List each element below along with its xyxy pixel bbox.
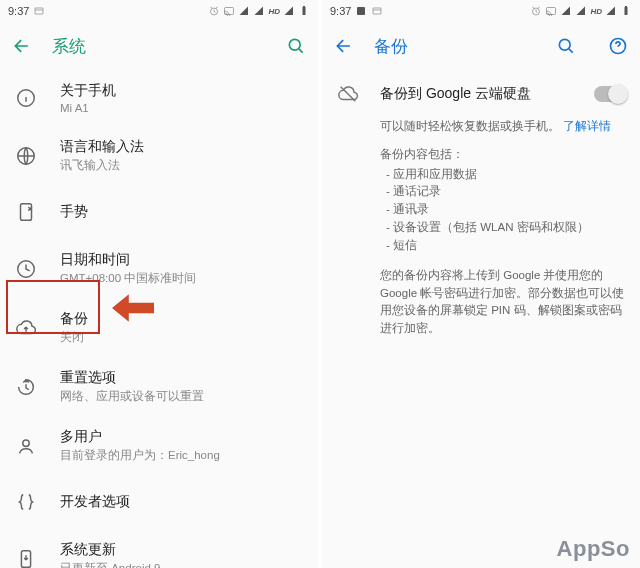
footer-text: 您的备份内容将上传到 Google 并使用您的 Google 帐号密码进行加密。… (380, 267, 626, 338)
search-button[interactable] (284, 34, 308, 58)
item-users[interactable]: 多用户目前登录的用户为：Eric_hong (0, 416, 318, 475)
signal-icon (560, 5, 572, 17)
item-system-update[interactable]: 系统更新已更新至 Android 9 (0, 529, 318, 568)
gesture-icon (14, 200, 38, 224)
status-bar: 9:37 HD (322, 0, 640, 22)
item-language[interactable]: 语言和输入法讯飞输入法 (0, 126, 318, 185)
info-icon (14, 86, 38, 110)
svg-rect-8 (21, 204, 32, 221)
signal2-icon (575, 5, 587, 17)
cloud-off-icon (336, 82, 360, 106)
item-label: 关于手机 (60, 82, 306, 100)
item-sub: 网络、应用或设备可以重置 (60, 389, 306, 404)
app-bar: 备份 (322, 22, 640, 70)
cast-icon (223, 5, 235, 17)
braces-icon (14, 490, 38, 514)
svg-rect-16 (625, 7, 628, 15)
item-sub: GMT+08:00 中国标准时间 (60, 271, 306, 286)
bullets-title: 备份内容包括： (380, 146, 626, 164)
hd-label: HD (268, 7, 280, 16)
bullets-list: 应用和应用数据 通话记录 通讯录 设备设置（包括 WLAN 密码和权限） 短信 (380, 166, 626, 255)
svg-point-5 (289, 39, 300, 50)
item-sub: 讯飞输入法 (60, 158, 306, 173)
help-button[interactable] (606, 34, 630, 58)
page-title: 备份 (374, 35, 536, 58)
svg-rect-4 (303, 6, 305, 8)
cloud-upload-icon (14, 316, 38, 340)
svg-rect-0 (35, 8, 43, 14)
cast-icon (545, 5, 557, 17)
item-sub: 关闭 (60, 330, 306, 345)
item-sub: Mi A1 (60, 102, 306, 114)
signal3-icon (605, 5, 617, 17)
search-button[interactable] (554, 34, 578, 58)
ic-card-icon (371, 5, 383, 17)
bullet-item: 通讯录 (380, 201, 626, 219)
description: 可以随时轻松恢复数据或换手机。 了解详情 备份内容包括： 应用和应用数据 通话记… (322, 118, 640, 338)
item-label: 手势 (60, 203, 306, 221)
phone-left: 9:37 HD 系统 (0, 0, 318, 568)
item-reset[interactable]: 重置选项网络、应用或设备可以重置 (0, 357, 318, 416)
svg-rect-13 (373, 8, 381, 14)
item-label: 开发者选项 (60, 493, 306, 511)
hd-label: HD (590, 7, 602, 16)
page-title: 系统 (52, 35, 266, 58)
backup-toggle[interactable] (594, 86, 626, 102)
battery-icon (620, 5, 632, 17)
svg-rect-17 (625, 6, 627, 8)
svg-point-10 (23, 440, 29, 446)
item-label: 语言和输入法 (60, 138, 306, 156)
learn-more-link[interactable]: 了解详情 (563, 120, 611, 132)
globe-icon (14, 144, 38, 168)
person-icon (14, 434, 38, 458)
settings-list[interactable]: 关于手机Mi A1 语言和输入法讯飞输入法 手势 日期和时间GMT+08:00 … (0, 70, 318, 568)
item-label: 系统更新 (60, 541, 306, 559)
watermark: AppSo (557, 536, 630, 562)
status-time: 9:37 (8, 5, 29, 17)
desc-text: 可以随时轻松恢复数据或换手机。 (380, 120, 560, 132)
signal3-icon (283, 5, 295, 17)
signal-icon (238, 5, 250, 17)
signal2-icon (253, 5, 265, 17)
svg-point-18 (559, 39, 570, 50)
bullet-item: 通话记录 (380, 183, 626, 201)
item-about-phone[interactable]: 关于手机Mi A1 (0, 70, 318, 126)
bullet-item: 设备设置（包括 WLAN 密码和权限） (380, 219, 626, 237)
app-bar: 系统 (0, 22, 318, 70)
item-sub: 目前登录的用户为：Eric_hong (60, 448, 306, 463)
battery-icon (298, 5, 310, 17)
toggle-label: 备份到 Google 云端硬盘 (380, 85, 574, 103)
alarm-icon (208, 5, 220, 17)
bullet-item: 应用和应用数据 (380, 166, 626, 184)
alarm-icon (530, 5, 542, 17)
status-bar: 9:37 HD (0, 0, 318, 22)
item-label: 多用户 (60, 428, 306, 446)
system-update-icon (14, 547, 38, 569)
item-label: 备份 (60, 310, 306, 328)
svg-rect-12 (357, 7, 365, 15)
item-gestures[interactable]: 手势 (0, 185, 318, 239)
item-backup[interactable]: 备份关闭 (0, 298, 318, 357)
item-label: 日期和时间 (60, 251, 306, 269)
restore-icon (14, 375, 38, 399)
backup-content: 备份到 Google 云端硬盘 可以随时轻松恢复数据或换手机。 了解详情 备份内… (322, 70, 640, 568)
item-datetime[interactable]: 日期和时间GMT+08:00 中国标准时间 (0, 239, 318, 298)
back-button[interactable] (332, 34, 356, 58)
bullet-item: 短信 (380, 237, 626, 255)
toggle-row[interactable]: 备份到 Google 云端硬盘 (322, 70, 640, 118)
status-time: 9:37 (330, 5, 351, 17)
ic-card-icon (33, 5, 45, 17)
svg-rect-3 (303, 7, 306, 15)
phone-right: 9:37 HD 备份 (322, 0, 640, 568)
item-label: 重置选项 (60, 369, 306, 387)
arrow-annotation (112, 293, 154, 323)
item-sub: 已更新至 Android 9 (60, 561, 306, 568)
screenshot-icon (355, 5, 367, 17)
back-button[interactable] (10, 34, 34, 58)
clock-icon (14, 257, 38, 281)
item-developer[interactable]: 开发者选项 (0, 475, 318, 529)
